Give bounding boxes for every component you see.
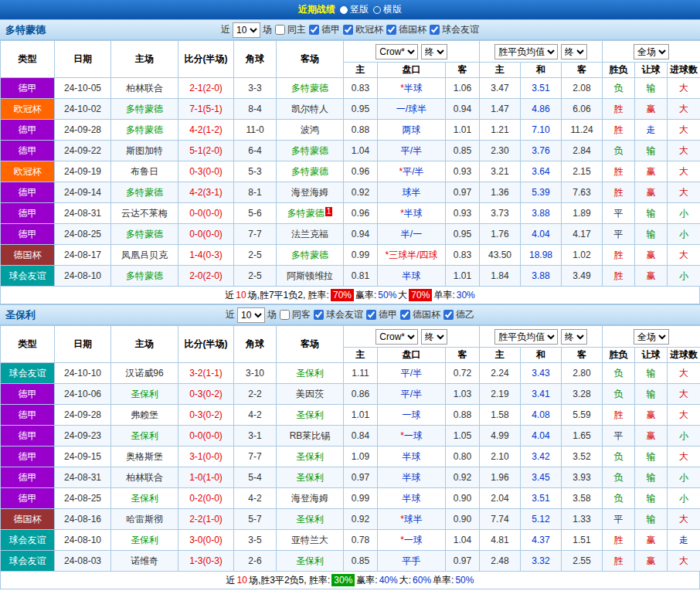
odds-time-select[interactable]: 终: [421, 44, 447, 59]
cell-odds-home: 0.83: [344, 78, 378, 99]
cell-result: 胜: [603, 405, 635, 426]
avg-odds-select[interactable]: 胜平负均值: [494, 329, 558, 345]
cell-home-team: 柏林联合: [111, 78, 178, 99]
cell-result: 负: [603, 78, 635, 99]
cell-handicap-result: 赢: [635, 182, 668, 203]
cell-score: 1-0(1-0): [178, 467, 234, 488]
col-handicap-result: 让球: [635, 348, 668, 363]
cell-handicap-result: 走: [635, 120, 668, 141]
scope-select[interactable]: 全场: [634, 44, 669, 59]
cell-score: 0-3(0-2): [178, 384, 234, 405]
league-filter-option[interactable]: 德国杯: [386, 23, 426, 36]
cell-corners: 3-5: [234, 530, 277, 551]
league-checkbox[interactable]: [366, 310, 376, 320]
cell-league: 德甲: [1, 405, 55, 426]
league-checkbox[interactable]: [443, 310, 454, 320]
col-handicap: 盘口: [378, 348, 446, 363]
cell-score: 0-0(0-0): [178, 224, 234, 245]
cell-away-team: 法兰克福: [277, 224, 344, 245]
cell-odds-home: 0.78: [344, 530, 378, 551]
cell-avg-draw: 18.98: [521, 245, 562, 266]
cell-handicap-result: 赢: [635, 99, 668, 120]
layout-horizontal-label: 横版: [383, 3, 402, 16]
same-venue-option[interactable]: 同客: [279, 308, 311, 321]
footer-stat-segment: 大: [398, 289, 407, 302]
league-checkbox[interactable]: [343, 25, 353, 35]
match-count-select[interactable]: 10: [237, 307, 265, 323]
avg-odds-select[interactable]: 胜平负均值: [494, 44, 558, 59]
cell-avg-away: 1.65: [562, 426, 603, 447]
cell-corners: 4-2: [234, 405, 277, 426]
league-checkbox[interactable]: [314, 310, 324, 320]
league-filter-option[interactable]: 德甲: [308, 23, 340, 36]
same-venue-checkbox[interactable]: [275, 25, 285, 35]
league-checkbox[interactable]: [386, 25, 396, 35]
cell-home-team: 多特蒙德: [111, 99, 178, 120]
away-team-name: 亚特兰大: [291, 535, 328, 545]
cell-handicap: *半球: [378, 203, 446, 224]
layout-option-vertical[interactable]: 竖版: [340, 3, 369, 16]
team-name: 多特蒙德: [5, 23, 46, 37]
footer-stat-segment: 50%: [378, 290, 396, 300]
cell-avg-away: 1.51: [562, 530, 603, 551]
league-checkbox[interactable]: [309, 25, 319, 35]
cell-result: 胜: [603, 99, 635, 120]
avg-time-select[interactable]: 终: [561, 44, 587, 59]
league-checkbox[interactable]: [430, 25, 440, 35]
cell-handicap-result: 赢: [635, 551, 668, 572]
layout-option-horizontal[interactable]: 横版: [373, 3, 402, 16]
scope-select[interactable]: 全场: [634, 329, 669, 345]
col-avg-draw: 和: [521, 63, 562, 78]
same-venue-checkbox[interactable]: [280, 310, 290, 320]
cell-score: 2-0(2-0): [178, 266, 234, 287]
cell-result: 胜: [603, 266, 635, 287]
cell-odds-home: 0.96: [344, 161, 378, 182]
odds-company-group: Crow* 终: [344, 41, 480, 63]
league-filter-option[interactable]: 德国杯: [399, 308, 440, 321]
away-team-name: 圣保利: [296, 472, 324, 483]
cell-away-team: 波鸿: [277, 120, 344, 141]
cell-handicap-result: 输: [635, 78, 668, 99]
handicap-star: *: [400, 430, 404, 441]
cell-avg-away: 5.59: [562, 405, 603, 426]
cell-odds-away: 0.92: [446, 467, 480, 488]
odds-company-select[interactable]: Crow*: [375, 329, 418, 345]
league-filter-option[interactable]: 球会友谊: [313, 308, 363, 321]
cell-corners: 2-2: [234, 384, 277, 405]
league-filter-option[interactable]: 德甲: [365, 308, 397, 321]
match-count-select[interactable]: 10: [233, 22, 260, 38]
away-team-name: 海登海姆: [291, 187, 328, 198]
cell-date: 24-09-23: [55, 426, 111, 447]
cell-avg-draw: 3.88: [521, 266, 562, 287]
odds-company-select[interactable]: Crow*: [375, 44, 418, 59]
panel-title: 近期战绩: [298, 3, 335, 16]
cell-home-team: 圣保利: [111, 426, 178, 447]
section-footer-stats: 近10场,胜7平1负2, 胜率: 70% 赢率:50% 大 70% 单率:30%: [0, 287, 700, 304]
cell-result: 胜: [603, 530, 635, 551]
league-filter-option[interactable]: 球会友谊: [429, 23, 479, 36]
cell-goals: 大: [668, 99, 700, 120]
avg-time-select[interactable]: 终: [561, 329, 587, 345]
cell-handicap-result: 输: [635, 447, 668, 467]
away-team-name: 美因茨: [296, 389, 324, 399]
cell-odds-away: 1.03: [446, 384, 480, 405]
col-type: 类型: [1, 326, 55, 363]
footer-stat-segment: 近: [225, 289, 234, 302]
cell-avg-home: 1.84: [480, 266, 521, 287]
footer-stat-segment: 50%: [455, 575, 474, 586]
cell-handicap: 球半: [378, 182, 446, 203]
same-venue-option[interactable]: 同主: [274, 23, 306, 36]
footer-stat-segment: 赢率:: [355, 289, 376, 302]
cell-odds-away: 1.01: [446, 120, 480, 141]
league-filter-option[interactable]: 欧冠杯: [342, 23, 383, 36]
league-checkbox[interactable]: [400, 310, 410, 320]
odds-time-select[interactable]: 终: [421, 329, 447, 345]
cell-avg-draw: 3.45: [521, 467, 562, 488]
cell-handicap-result: 输: [635, 141, 668, 161]
league-filter-option[interactable]: 德乙: [443, 308, 474, 321]
cell-handicap-result: 输: [635, 467, 668, 488]
cell-league: 球会友谊: [1, 530, 55, 551]
matches-tbody: 球会友谊24-10-10汉诺威963-2(1-1)3-10圣保利1.11平/半0…: [1, 363, 700, 572]
col-avg-draw: 和: [521, 348, 562, 363]
cell-odds-away: 1.01: [446, 266, 480, 287]
